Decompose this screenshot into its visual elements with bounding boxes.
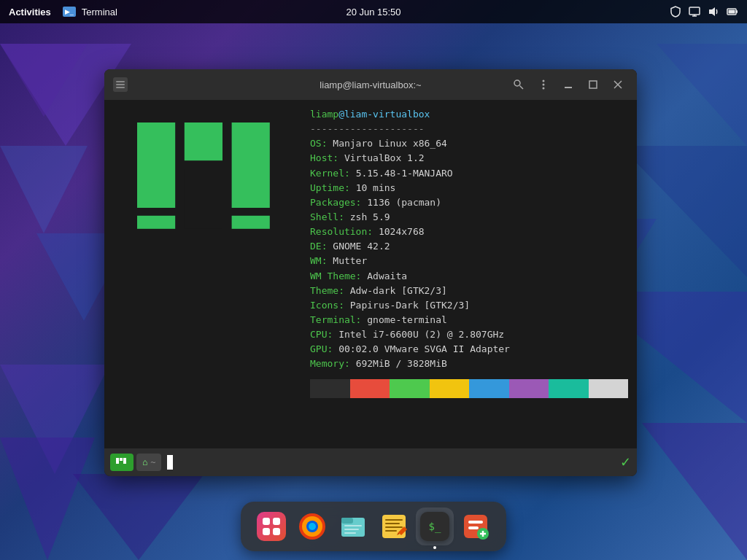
terminal-drag-handle[interactable] [113,77,128,92]
wm-theme-line: WM Theme: Adwaita [310,269,628,284]
battery-icon[interactable] [727,6,738,18]
palette-swatch-white [589,379,629,398]
theme-label: Theme: [310,285,344,296]
topbar-left: Activities ▶_ Terminal [9,7,117,18]
resolution-line: Resolution: 747x560 [310,225,628,239]
topbar-tray [670,6,738,18]
terminal-cursor [167,455,173,470]
terminal-search-button[interactable] [508,74,529,95]
svg-rect-37 [232,216,270,229]
palette-swatch-cyan [549,379,589,398]
shell-label: Shell: [310,211,344,222]
activities-button[interactable]: Activities [9,7,51,18]
icons-line: Icons: Papirus-Dark [GTK2/3] [310,298,628,313]
palette-swatch-green [390,379,430,398]
cpu-label: CPU: [310,329,333,340]
wm-theme-label: WM Theme: [310,271,361,281]
files-icon [338,512,368,541]
svg-rect-56 [385,530,397,532]
svg-point-26 [543,80,545,82]
packages-line: Packages: 1136 (pacman) [310,195,628,210]
svg-rect-22 [116,84,125,85]
svg-rect-54 [385,523,400,524]
dock-active-indicator [433,546,436,549]
svg-rect-53 [385,519,403,521]
topbar-app[interactable]: ▶_ Terminal [63,7,117,18]
gpu-label: GPU: [310,343,333,354]
svg-marker-7 [657,44,747,146]
svg-rect-55 [385,526,403,528]
neofetch-info[interactable]: liamp@liam-virtualbox ------------------… [301,100,637,448]
svg-rect-21 [116,81,125,82]
manjaro-logo [123,116,283,250]
memory-label: Memory: [310,358,350,369]
terminal-window: liamp@liam-virtualbox:~ [104,69,637,476]
user-host-line: liamp@liam-virtualbox [310,107,628,122]
appgrid-icon [257,512,286,541]
terminal-minimize-button[interactable] [558,74,578,95]
host-line: Host: VirtualBox 1.2 [310,151,628,166]
svg-marker-8 [620,146,747,277]
topbar-app-name[interactable]: Terminal [82,7,117,18]
theme-line: Theme: Adw-dark [GTK2/3] [310,284,628,298]
svg-point-45 [309,523,316,530]
terminal-titlebar: liamp@liam-virtualbox:~ [104,69,637,100]
svg-rect-48 [341,518,352,522]
firefox-icon [298,512,327,541]
volume-icon[interactable] [708,6,719,18]
neofetch-logo [104,100,301,448]
dock: $_ [241,502,506,551]
svg-rect-14 [689,7,700,15]
svg-rect-38 [185,170,222,229]
uptime-label: Uptime: [310,182,350,193]
svg-rect-23 [116,87,125,88]
terminal-dock-icon: $_ [420,512,449,541]
bottombar-badge-path: ⌂~ [136,454,161,471]
os-line: OS: Manjaro Linux x86_64 [310,136,628,151]
palette-swatch-blue [469,379,509,398]
terminal-menu-button[interactable] [533,74,554,95]
svg-rect-59 [468,526,479,529]
svg-rect-40 [120,458,123,461]
palette-swatch-purple [509,379,549,398]
svg-marker-2 [0,146,88,233]
kernel-label: Kernel: [310,168,350,179]
screen-icon[interactable] [689,6,700,18]
dock-item-files[interactable] [334,508,372,545]
svg-rect-20 [729,10,735,14]
terminal-maximize-button[interactable] [583,74,603,95]
terminal-close-button[interactable] [608,74,628,95]
resolution-label: Resolution: [310,226,373,237]
host-value: VirtualBox 1.2 [344,152,425,163]
color-palette [310,379,628,398]
svg-rect-19 [736,10,738,13]
terminal-app-icon: ▶_ [63,7,76,17]
shield-icon[interactable] [670,6,681,18]
dock-item-pamac[interactable] [457,508,495,545]
kernel-line: Kernel: 5.15.48-1-MANJARO [310,166,628,181]
svg-rect-49 [344,525,362,526]
packages-label: Packages: [310,197,361,208]
terminal-bottombar: ⌂~ ✓ [104,448,637,476]
icons-label: Icons: [310,300,344,311]
svg-rect-34 [185,122,222,160]
dock-item-editor[interactable] [375,508,413,545]
dock-item-terminal[interactable]: $_ [416,508,454,545]
terminal-app-label: Terminal: [310,314,361,325]
svg-marker-6 [73,474,204,560]
dock-item-appgrid[interactable] [252,508,290,545]
host-label: Host: [310,152,338,163]
svg-rect-30 [589,81,597,88]
terminal-app-line: Terminal: gnome-terminal [310,313,628,327]
dock-item-firefox[interactable] [293,508,331,545]
svg-rect-41 [123,458,126,464]
uptime-line: Uptime: 10 mins [310,181,628,195]
at-sign: @liam-virtualbox [338,109,430,120]
svg-rect-33 [137,122,175,208]
svg-line-25 [520,86,524,90]
svg-rect-39 [116,458,119,464]
palette-swatch-black [310,379,350,398]
terminal-content: liamp@liam-virtualbox ------------------… [104,100,637,448]
pamac-icon [461,512,490,541]
desktop: Activities ▶_ Terminal 20 Jun 15:50 [0,0,747,560]
